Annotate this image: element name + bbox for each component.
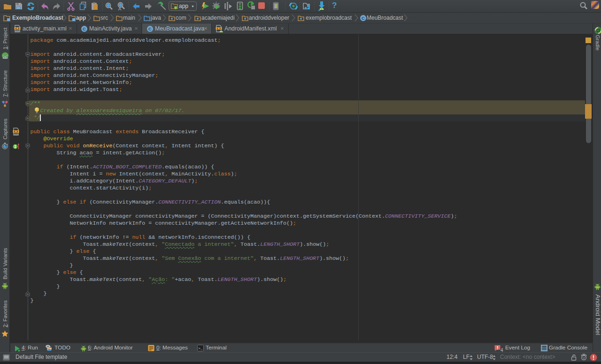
svg-text:A: A	[118, 7, 121, 11]
svg-text:>_: >_	[198, 346, 203, 350]
svg-text:C: C	[148, 26, 152, 31]
svg-text:C: C	[83, 26, 86, 31]
svg-text:C: C	[362, 15, 365, 21]
